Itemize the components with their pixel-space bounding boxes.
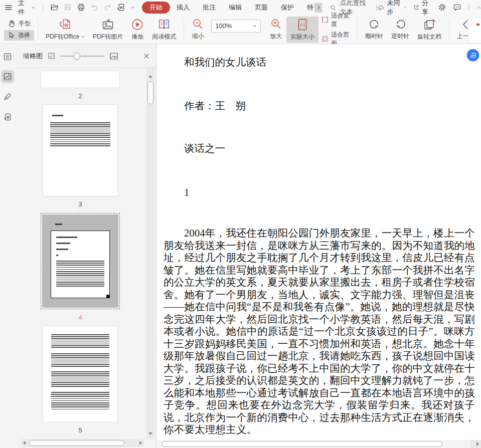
cloud-off-icon	[378, 4, 385, 12]
zoom-level-select[interactable]: 100%	[211, 20, 261, 33]
vertical-scroll-thumb[interactable]	[147, 81, 153, 104]
actual-size-icon: 1:1	[296, 18, 308, 31]
fit-width-icon	[322, 16, 329, 24]
thumb-title-line	[56, 237, 77, 238]
thumbnail-horizontal-scrollbar[interactable]	[21, 439, 144, 447]
thumbnail-image-icon	[3, 72, 12, 81]
scroll-up-arrow[interactable]	[148, 75, 152, 78]
chevron-down-icon	[252, 24, 257, 28]
thumb-heading-line	[52, 115, 63, 116]
separator	[43, 4, 43, 12]
zoom-in-icon	[270, 18, 282, 31]
scroll-left-arrow[interactable]	[23, 441, 26, 445]
zoom-out-button[interactable]: 缩小	[188, 17, 208, 42]
document-horizontal-scrollbar[interactable]	[156, 440, 481, 448]
doc-w-icon	[4, 113, 12, 121]
rotate-clockwise-icon	[368, 18, 381, 31]
thumbnail-vertical-scrollbar[interactable]	[146, 68, 154, 439]
thumb-paragraph-lines	[51, 392, 109, 411]
outline-panel-button[interactable]	[1, 50, 14, 63]
page-5-number: 5	[78, 426, 82, 434]
pdf-to-word-floating-button[interactable]	[467, 49, 479, 61]
thumb-author-line	[56, 243, 70, 244]
tab-edit[interactable]: 编辑	[222, 2, 248, 14]
pdf-to-image-button[interactable]: PDF转图片	[89, 17, 127, 43]
page-4-number: 4	[78, 314, 82, 321]
pdf-to-image-icon	[101, 18, 115, 31]
export-word-icon[interactable]	[117, 3, 125, 12]
doc-convert-icon	[470, 52, 476, 59]
separator	[38, 19, 38, 41]
fit-width-button[interactable]: 适合宽度	[322, 12, 354, 29]
tab-protect[interactable]: 保护	[274, 2, 300, 14]
tab-comment[interactable]: 批注	[196, 2, 222, 14]
file-menu[interactable]: 文件	[18, 0, 36, 17]
fit-page-icon	[322, 35, 329, 43]
pdf-to-office-icon	[58, 18, 73, 31]
page-4-thumbnail-selected[interactable]	[41, 213, 120, 309]
open-file-icon[interactable]	[50, 3, 59, 12]
actual-size-button[interactable]: 1:1 实际大小	[286, 17, 318, 43]
read-mode-button[interactable]: 阅读模式	[148, 17, 180, 43]
viewport-resize-handle[interactable]	[106, 295, 110, 298]
thumb-paragraph-lines	[50, 122, 110, 147]
print-icon[interactable]	[77, 3, 85, 12]
edge-panel-mark	[476, 24, 479, 26]
thumbnail-list: 2 3 4	[15, 68, 145, 439]
page-2-thumbnail[interactable]	[41, 71, 119, 88]
thumbnail-size-slider[interactable]	[60, 53, 104, 60]
settings-gear-icon[interactable]	[438, 3, 446, 12]
rotate-document-icon	[422, 18, 436, 31]
thumb-paragraph-lines	[56, 261, 104, 287]
zoom-level-value: 100%	[215, 22, 232, 30]
toolbar: 手型 选择 PDF转Office PDF转图片 播放 阅读模式 缩小 100%	[0, 15, 481, 44]
scroll-right-endcap	[470, 440, 481, 448]
feedback-comment-icon[interactable]	[453, 3, 461, 12]
play-label: 播放	[131, 33, 143, 41]
tab-page[interactable]: 页面	[248, 2, 274, 14]
hamburger-menu-icon[interactable]	[4, 3, 13, 12]
more-dots-icon[interactable]	[468, 4, 469, 11]
thumbnail-panel-button[interactable]	[1, 70, 14, 83]
close-panel-button[interactable]	[143, 53, 150, 60]
rotate-counterclockwise-label: 逆时针	[391, 32, 409, 41]
scroll-right-arrow[interactable]	[476, 442, 479, 446]
cloud-sync-button[interactable]: 未同步	[378, 0, 407, 17]
rotate-counterclockwise-button[interactable]: 逆时针	[387, 17, 413, 42]
zoom-in-button[interactable]: 放大	[266, 17, 286, 42]
svg-text:1:1: 1:1	[299, 23, 305, 27]
viewport-rectangle[interactable]	[51, 231, 110, 298]
page-3-thumbnail[interactable]	[43, 105, 117, 196]
pdf-to-office-button[interactable]: PDF转Office	[42, 17, 89, 43]
save-icon[interactable]	[64, 3, 72, 12]
thumb-section-line	[56, 255, 58, 256]
scroll-down-arrow[interactable]	[148, 432, 152, 435]
tab-special[interactable]: 特色	[300, 2, 313, 14]
document-view[interactable]: 和我们的女儿谈话 作者：王 朔 谈话之一 1 2004年，我还住在朝阳公园门外朋…	[156, 44, 481, 448]
export-word-panel-button[interactable]	[1, 110, 14, 123]
collapse-toolbar-icon[interactable]	[476, 5, 481, 10]
tab-insert[interactable]: 插入	[170, 2, 196, 14]
thumb-chapter-line	[56, 249, 68, 250]
slider-knob[interactable]	[73, 53, 80, 60]
horizontal-scroll-thumb[interactable]	[29, 440, 124, 446]
scroll-right-arrow[interactable]	[139, 441, 142, 445]
rotate-clockwise-label: 顺时针	[365, 32, 383, 41]
annotate-panel-button[interactable]	[1, 90, 14, 103]
document-chapter: 谈话之一	[164, 142, 475, 155]
tab-home[interactable]: 开始	[142, 2, 170, 14]
hand-tool-button[interactable]: 手型	[4, 19, 34, 29]
share-button[interactable]: 分享	[413, 0, 431, 17]
horizontal-scroll-thumb[interactable]	[162, 441, 442, 447]
redo-icon[interactable]	[104, 3, 112, 12]
tabs-overflow-button[interactable]	[314, 3, 322, 13]
undo-icon[interactable]	[90, 3, 98, 12]
rotate-document-button[interactable]: 旋转文档	[413, 17, 445, 43]
chevron-down-icon[interactable]	[130, 5, 135, 10]
page-5-thumbnail[interactable]	[43, 326, 117, 422]
rotate-clockwise-button[interactable]: 顺时针	[361, 17, 387, 42]
play-button[interactable]: 播放	[127, 17, 148, 43]
zoom-out-icon	[192, 18, 204, 31]
select-tool-button[interactable]: 选择	[4, 30, 34, 41]
zoom-out-label: 缩小	[192, 32, 204, 41]
